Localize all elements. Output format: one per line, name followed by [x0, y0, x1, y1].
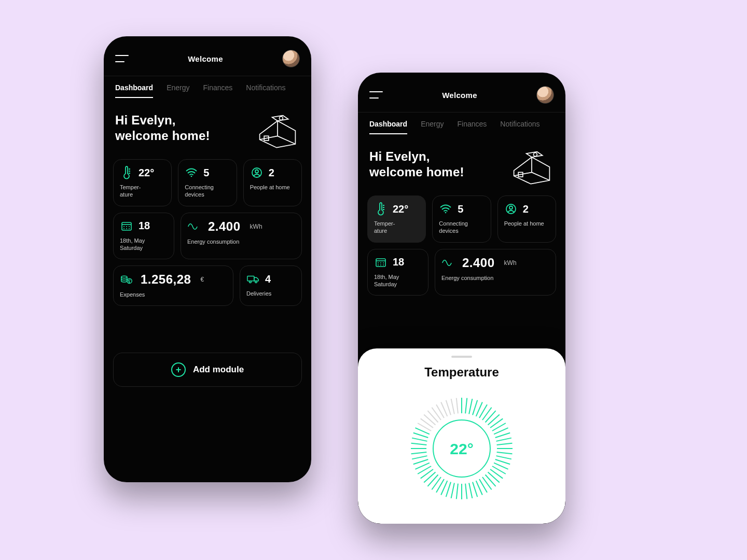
topbar: Welcome — [104, 36, 311, 76]
svg-line-46 — [469, 483, 472, 498]
card-people[interactable]: 2 People at home — [497, 195, 556, 243]
tab-notifications[interactable]: Notifications — [246, 83, 285, 98]
add-module-button[interactable]: + Add module — [113, 353, 302, 387]
tab-finances[interactable]: Finances — [203, 83, 232, 98]
temperature-dial[interactable]: 22° — [370, 389, 553, 508]
card-label: Expenses — [120, 291, 227, 298]
svg-line-41 — [486, 475, 496, 486]
card-unit: kWh — [504, 259, 517, 267]
greeting-line2: welcome home! — [115, 129, 210, 143]
svg-point-6 — [121, 276, 127, 278]
svg-line-70 — [424, 414, 435, 425]
card-deliveries[interactable]: 4 Deliveries — [240, 265, 302, 306]
svg-point-11 — [533, 152, 537, 156]
card-temperature[interactable]: 22° Temper- ature — [367, 195, 426, 243]
card-label: Connecting devices — [185, 184, 230, 199]
svg-line-30 — [495, 433, 510, 438]
tab-dashboard[interactable]: Dashboard — [115, 83, 153, 98]
card-date[interactable]: 18 18th, May Saturday — [367, 249, 428, 296]
tab-dashboard[interactable]: Dashboard — [369, 120, 407, 134]
card-value: 22° — [393, 203, 408, 215]
card-energy[interactable]: 2.400 kWh Energy consumption — [435, 249, 556, 296]
card-date[interactable]: 18 18th, May Saturday — [113, 213, 174, 260]
tab-energy[interactable]: Energy — [421, 120, 444, 134]
svg-line-75 — [446, 400, 451, 415]
svg-line-76 — [451, 399, 454, 414]
svg-line-40 — [488, 472, 500, 483]
svg-line-34 — [497, 452, 513, 454]
card-devices[interactable]: 5 Connecting devices — [178, 159, 237, 206]
svg-point-0 — [279, 116, 283, 120]
sheet-handle[interactable] — [451, 356, 472, 358]
avatar[interactable] — [282, 50, 300, 67]
card-unit: € — [200, 276, 204, 283]
tab-finances[interactable]: Finances — [457, 120, 487, 134]
svg-line-21 — [473, 400, 477, 415]
greeting-row: Hi Evelyn, welcome home! — [358, 134, 565, 189]
menu-icon[interactable] — [369, 91, 383, 99]
svg-line-25 — [486, 411, 496, 422]
svg-line-62 — [411, 452, 427, 454]
card-label: People at home — [504, 220, 549, 227]
card-label: Energy consumption — [441, 274, 549, 282]
svg-line-55 — [427, 475, 438, 486]
svg-point-15 — [509, 206, 513, 209]
card-temperature[interactable]: 22° Temper- ature — [113, 159, 172, 206]
svg-line-20 — [469, 399, 472, 414]
svg-line-31 — [496, 438, 511, 441]
person-icon — [504, 202, 518, 216]
card-value: 2 — [269, 167, 274, 179]
house-icon — [255, 113, 300, 149]
menu-icon[interactable] — [115, 55, 129, 62]
temperature-sheet[interactable]: Temperature 22° — [358, 348, 565, 524]
card-label: Connecting devices — [439, 220, 484, 235]
svg-line-49 — [457, 484, 458, 499]
card-value: 2.400 — [208, 219, 241, 234]
card-value: 18 — [393, 256, 404, 268]
thermometer-icon — [374, 202, 388, 216]
svg-line-26 — [488, 414, 500, 425]
card-label: Temper- ature — [120, 184, 165, 199]
avatar[interactable] — [536, 86, 554, 104]
svg-line-50 — [451, 483, 454, 498]
card-devices[interactable]: 5 Connecting devices — [432, 195, 491, 243]
wave-icon — [441, 256, 455, 270]
svg-point-2 — [191, 176, 192, 177]
greeting-line2: welcome home! — [369, 165, 464, 179]
svg-line-47 — [465, 484, 467, 499]
thermometer-icon — [120, 166, 133, 179]
tabs: Dashboard Energy Finances Notifications — [358, 113, 565, 134]
phone-screen-dashboard: Welcome Dashboard Energy Finances Notifi… — [104, 36, 311, 482]
svg-line-45 — [473, 482, 477, 497]
card-label: People at home — [250, 184, 295, 191]
page-title: Welcome — [188, 54, 223, 63]
svg-point-9 — [250, 281, 252, 283]
plus-icon: + — [171, 362, 186, 377]
card-label: 18th, May Saturday — [374, 273, 422, 288]
card-value: 1.256,28 — [141, 272, 191, 287]
svg-line-60 — [413, 459, 428, 464]
card-expenses[interactable]: 1.256,28 € Expenses — [113, 265, 233, 306]
calendar-icon — [374, 256, 388, 269]
svg-line-36 — [495, 459, 510, 464]
svg-line-66 — [413, 433, 428, 438]
card-label: Deliveries — [246, 290, 295, 297]
wave-icon — [187, 220, 201, 233]
dial-value: 22° — [450, 440, 473, 457]
greeting-text: Hi Evelyn, welcome home! — [115, 113, 210, 144]
card-value: 18 — [139, 220, 150, 232]
svg-line-64 — [411, 443, 427, 445]
phone-screen-temperature-sheet: Welcome Dashboard Energy Finances Notifi… — [358, 73, 565, 524]
coins-icon — [120, 273, 133, 286]
wifi-icon — [439, 202, 452, 216]
card-value: 2.400 — [462, 256, 495, 270]
tab-energy[interactable]: Energy — [167, 83, 189, 98]
card-people[interactable]: 2 People at home — [243, 159, 302, 206]
card-label: Energy consumption — [187, 238, 295, 245]
tab-notifications[interactable]: Notifications — [500, 120, 540, 134]
svg-line-35 — [496, 456, 511, 459]
house-icon — [509, 149, 554, 185]
card-value: 2 — [523, 203, 529, 215]
card-energy[interactable]: 2.400 kWh Energy consumption — [181, 213, 302, 260]
svg-line-71 — [427, 411, 438, 422]
